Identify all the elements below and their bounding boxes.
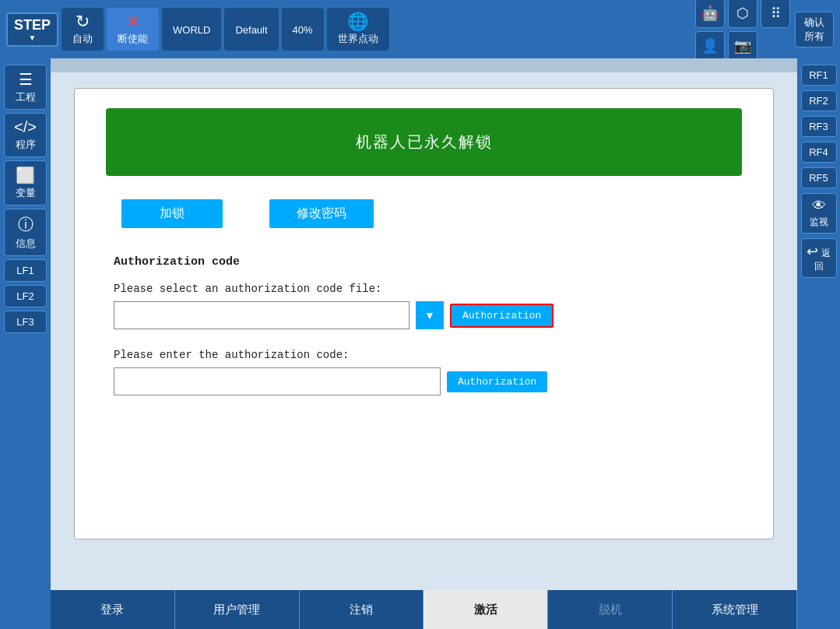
world-label: WORLD [173, 24, 210, 36]
lf1-label: LF1 [16, 265, 33, 276]
cube-icon-btn[interactable]: ⬡ [728, 0, 757, 28]
tab-offline: 脱机 [548, 590, 673, 629]
status-text: 机器人已永久解锁 [356, 133, 493, 150]
disable-button[interactable]: ✕ 断使能 [107, 8, 159, 51]
info-label: 信息 [16, 237, 36, 251]
main-area: 机器人已永久解锁 加锁 修改密码 Authorization code Plea… [51, 58, 797, 598]
auto-label: 自动 [72, 32, 93, 46]
sidebar-item-rf5[interactable]: RF5 [801, 167, 837, 188]
disable-icon: ✕ [126, 13, 140, 30]
tab-logout[interactable]: 注销 [300, 590, 424, 629]
sidebar-item-rf3[interactable]: RF3 [801, 116, 837, 137]
file-authorization-button[interactable]: Authorization [450, 304, 554, 328]
sidebar-item-lf2[interactable]: LF2 [4, 285, 47, 307]
action-buttons: 加锁 修改密码 [106, 199, 742, 228]
sidebar-item-engineering[interactable]: ☰ 工程 [4, 65, 47, 110]
code-input[interactable] [114, 367, 441, 395]
lock-button[interactable]: 加锁 [121, 199, 223, 228]
program-icon: </> [14, 118, 37, 136]
sidebar-item-program[interactable]: </> 程序 [4, 113, 47, 157]
code-authorization-button[interactable]: Authorization [447, 371, 547, 392]
default-button[interactable]: Default [224, 8, 278, 51]
back-icon: ↩ [807, 244, 818, 259]
file-field-label: Please select an authorization code file… [114, 283, 742, 295]
sub-header [51, 58, 797, 72]
dots-icon-btn[interactable]: ⠿ [761, 0, 790, 28]
confirm-all-button[interactable]: 确认 所有 [795, 12, 834, 47]
step-arrow: ▼ [29, 33, 37, 42]
default-label: Default [235, 24, 267, 36]
file-select-input[interactable] [114, 301, 409, 329]
auto-button[interactable]: ↻ 自动 [62, 8, 104, 51]
variable-icon: ⬜ [16, 166, 35, 184]
engineering-icon: ☰ [19, 70, 33, 89]
code-field-row: Authorization [114, 367, 742, 395]
person-icon-btn[interactable]: 👤 [695, 31, 725, 61]
back-button[interactable]: ↩ 返回 [801, 238, 837, 278]
file-dropdown-button[interactable]: ▼ [416, 301, 444, 329]
sidebar-item-rf2[interactable]: RF2 [801, 90, 837, 111]
globe-icon: 🌐 [347, 13, 368, 30]
camera-icon-btn[interactable]: 📷 [728, 31, 757, 61]
sidebar-item-lf3[interactable]: LF3 [4, 311, 47, 333]
auth-section-title: Authorization code [114, 255, 742, 269]
tab-login[interactable]: 登录 [51, 590, 175, 629]
world-jog-button[interactable]: 🌐 世界点动 [327, 8, 389, 51]
zoom-label: 40% [293, 24, 313, 36]
lf3-label: LF3 [16, 316, 33, 328]
robot-icon-btn[interactable]: 🤖 [695, 0, 725, 28]
refresh-icon: ↻ [76, 13, 90, 30]
tab-activate[interactable]: 激活 [424, 590, 548, 629]
rf2-label: RF2 [809, 95, 828, 107]
rf4-label: RF4 [809, 146, 828, 158]
sidebar-item-info[interactable]: ⓘ 信息 [4, 209, 47, 256]
sidebar-item-lf1[interactable]: LF1 [4, 259, 47, 282]
change-password-button[interactable]: 修改密码 [269, 199, 374, 228]
bottom-tab-bar: 登录 用户管理 注销 激活 脱机 系统管理 [51, 590, 797, 629]
rf3-label: RF3 [809, 121, 828, 132]
world-button[interactable]: WORLD [162, 8, 221, 51]
rf1-label: RF1 [809, 69, 828, 81]
content-panel: 机器人已永久解锁 加锁 修改密码 Authorization code Plea… [51, 72, 797, 598]
info-icon: ⓘ [18, 214, 33, 235]
step-button[interactable]: STEP ▼ [6, 12, 58, 47]
zoom-button[interactable]: 40% [282, 8, 324, 51]
monitor-button[interactable]: 👁 监视 [801, 193, 837, 234]
engineering-label: 工程 [16, 90, 36, 104]
variable-label: 变量 [16, 186, 36, 200]
top-right-icons: 🤖 ⬡ ⠿ 👤 📷 确认 所有 [695, 0, 834, 61]
disable-label: 断使能 [118, 32, 148, 46]
sidebar-item-rf1[interactable]: RF1 [801, 65, 837, 86]
sidebar-item-variable[interactable]: ⬜ 变量 [4, 160, 47, 206]
left-sidebar: ☰ 工程 </> 程序 ⬜ 变量 ⓘ 信息 LF1 LF2 LF3 [0, 58, 51, 598]
white-panel: 机器人已永久解锁 加锁 修改密码 Authorization code Plea… [74, 88, 774, 539]
file-field-row: ▼ Authorization [114, 301, 742, 329]
sidebar-item-rf4[interactable]: RF4 [801, 142, 837, 163]
tab-system-management[interactable]: 系统管理 [673, 590, 797, 629]
right-sidebar: RF1 RF2 RF3 RF4 RF5 👁 监视 ↩ 返回 [797, 58, 840, 598]
monitor-icon: 👁 [812, 198, 826, 214]
program-label: 程序 [16, 138, 36, 152]
monitor-label: 监视 [810, 216, 828, 229]
top-bar: STEP ▼ ↻ 自动 ✕ 断使能 WORLD Default 40% 🌐 世界… [0, 0, 840, 58]
auth-section: Authorization code Please select an auth… [106, 255, 742, 395]
status-banner: 机器人已永久解锁 [106, 108, 742, 176]
code-field-label: Please enter the authorization code: [114, 349, 742, 361]
lf2-label: LF2 [16, 290, 33, 302]
world-jog-label: 世界点动 [338, 32, 378, 46]
rf5-label: RF5 [809, 172, 828, 184]
tab-user-management[interactable]: 用户管理 [175, 590, 300, 629]
step-label: STEP [14, 17, 51, 33]
